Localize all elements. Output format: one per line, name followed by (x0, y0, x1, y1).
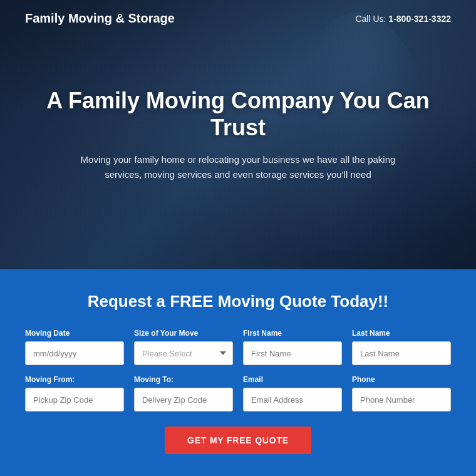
form-row-2: Moving From: Moving To: Email Phone (25, 375, 451, 411)
email-input[interactable] (243, 388, 342, 411)
hero-title: A Family Moving Company You Can Trust (38, 87, 438, 141)
hero-section: A Family Moving Company You Can Trust Mo… (0, 0, 476, 269)
phone-group: Phone (352, 375, 451, 411)
site-header: Family Moving & Storage Call Us: 1-800-3… (0, 0, 476, 37)
phone-input[interactable] (352, 388, 451, 411)
form-row-1: Moving Date Size of Your Move Please Sel… (25, 329, 451, 365)
moving-to-group: Moving To: (134, 375, 233, 411)
email-group: Email (243, 375, 342, 411)
submit-button[interactable]: GET MY FREE QUOTE (165, 427, 311, 454)
first-name-group: First Name (243, 329, 342, 365)
moving-to-input[interactable] (134, 388, 233, 411)
quote-form-section: Request a FREE Moving Quote Today!! Movi… (0, 269, 476, 476)
moving-date-input[interactable] (25, 341, 124, 365)
size-select[interactable]: Please Select Studio / 1 Bedroom 2 Bedro… (134, 341, 233, 365)
submit-wrap: GET MY FREE QUOTE (25, 427, 451, 454)
phone-label: Phone (352, 375, 451, 384)
moving-date-group: Moving Date (25, 329, 124, 365)
call-us-label: Call Us: (355, 14, 386, 24)
first-name-label: First Name (243, 329, 342, 338)
moving-from-label: Moving From: (25, 375, 124, 384)
size-label: Size of Your Move (134, 329, 233, 338)
size-group: Size of Your Move Please Select Studio /… (134, 329, 233, 365)
moving-to-label: Moving To: (134, 375, 233, 384)
header-phone: Call Us: 1-800-321-3322 (355, 14, 451, 24)
hero-content: A Family Moving Company You Can Trust Mo… (0, 87, 476, 182)
first-name-input[interactable] (243, 341, 342, 365)
last-name-label: Last Name (352, 329, 451, 338)
moving-date-label: Moving Date (25, 329, 124, 338)
site-logo: Family Moving & Storage (25, 11, 175, 26)
last-name-input[interactable] (352, 341, 451, 365)
form-title: Request a FREE Moving Quote Today!! (25, 292, 451, 311)
last-name-group: Last Name (352, 329, 451, 365)
moving-from-input[interactable] (25, 388, 124, 411)
email-label: Email (243, 375, 342, 384)
moving-from-group: Moving From: (25, 375, 124, 411)
phone-number: 1-800-321-3322 (388, 14, 451, 24)
hero-subtitle: Moving your family home or relocating yo… (69, 152, 407, 182)
